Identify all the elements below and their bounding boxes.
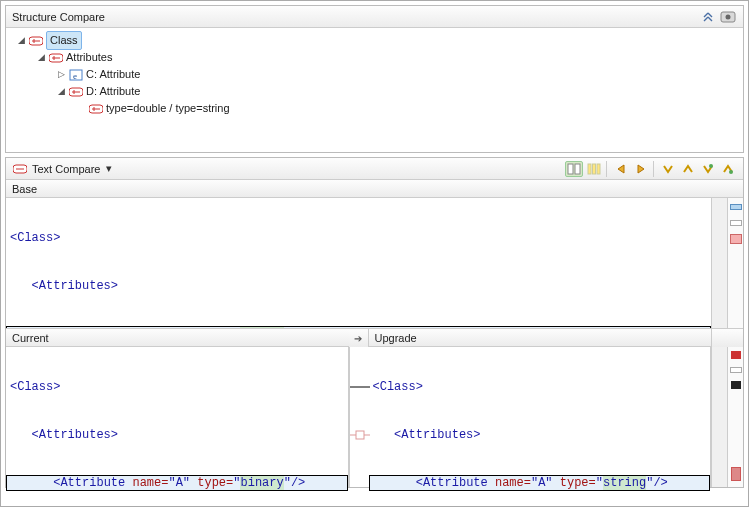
overview-ruler[interactable]	[727, 198, 743, 328]
svg-rect-27	[356, 431, 364, 439]
upgrade-editor[interactable]: <Class> <Attributes> <Attribute name="A"…	[369, 347, 712, 487]
element-icon: e	[68, 68, 84, 82]
svg-rect-18	[568, 164, 573, 174]
copy-right-icon[interactable]	[632, 161, 650, 177]
tree-node-d[interactable]: D: Attribute	[86, 83, 140, 100]
upgrade-header: Upgrade	[369, 329, 712, 347]
three-way-icon[interactable]	[585, 161, 603, 177]
tree-node-attributes[interactable]: Attributes	[66, 49, 112, 66]
swap-icon[interactable]	[719, 9, 737, 25]
copy-left-icon[interactable]	[612, 161, 630, 177]
svg-point-23	[709, 164, 713, 168]
text-compare-panel: Text Compare ▾ Base <Class> <Attributes>…	[5, 157, 744, 488]
collapse-icon[interactable]	[699, 9, 717, 25]
next-diff-icon[interactable]	[659, 161, 677, 177]
twistie-icon[interactable]: ◢	[54, 83, 68, 100]
diff-icon	[28, 34, 44, 48]
twistie-icon[interactable]: ◢	[34, 49, 48, 66]
current-header: Current	[6, 329, 349, 347]
svg-rect-19	[575, 164, 580, 174]
base-header: Base	[6, 180, 743, 198]
tree-node-typediff[interactable]: type=double / type=string	[106, 100, 230, 117]
structure-compare-header: Structure Compare	[6, 6, 743, 28]
prev-change-icon[interactable]	[719, 161, 737, 177]
structure-compare-title: Structure Compare	[12, 11, 697, 23]
svg-rect-22	[597, 164, 600, 174]
current-editor[interactable]: <Class> <Attributes> <Attribute name="A"…	[6, 347, 349, 487]
text-compare-toolbar: Text Compare ▾	[6, 158, 743, 180]
merge-gutter[interactable]	[349, 347, 369, 487]
svg-text:e: e	[73, 71, 77, 81]
svg-point-1	[726, 14, 731, 19]
dropdown-arrow-icon[interactable]: ▾	[106, 162, 112, 175]
structure-compare-panel: Structure Compare ◢ Class ◢ Attributes ▷…	[5, 5, 744, 153]
svg-point-24	[729, 170, 733, 174]
prev-diff-icon[interactable]	[679, 161, 697, 177]
diff-icon	[48, 51, 64, 65]
separator	[653, 161, 654, 177]
tree-node-c[interactable]: C: Attribute	[86, 66, 140, 83]
diff-icon	[88, 102, 104, 116]
base-editor[interactable]: <Class> <Attributes> <Attribute name="A"…	[6, 198, 711, 328]
base-label: Base	[12, 183, 37, 195]
svg-rect-20	[588, 164, 591, 174]
separator	[606, 161, 607, 177]
merge-arrow-icon[interactable]: ➔	[354, 333, 362, 344]
text-compare-title: Text Compare	[32, 163, 100, 175]
svg-rect-21	[593, 164, 596, 174]
twistie-closed-icon[interactable]: ▷	[54, 66, 68, 83]
diff-icon	[68, 85, 84, 99]
scrollbar[interactable]	[711, 347, 727, 487]
diff-icon	[12, 162, 28, 176]
overview-ruler[interactable]	[727, 347, 743, 487]
twistie-icon[interactable]: ◢	[14, 32, 28, 49]
current-label: Current	[12, 332, 49, 344]
tree-node-class[interactable]: Class	[46, 31, 82, 50]
upgrade-label: Upgrade	[375, 332, 417, 344]
structure-tree[interactable]: ◢ Class ◢ Attributes ▷ e C: Attribute ◢ …	[6, 28, 743, 123]
next-change-icon[interactable]	[699, 161, 717, 177]
two-way-icon[interactable]	[565, 161, 583, 177]
scrollbar[interactable]	[711, 198, 727, 328]
